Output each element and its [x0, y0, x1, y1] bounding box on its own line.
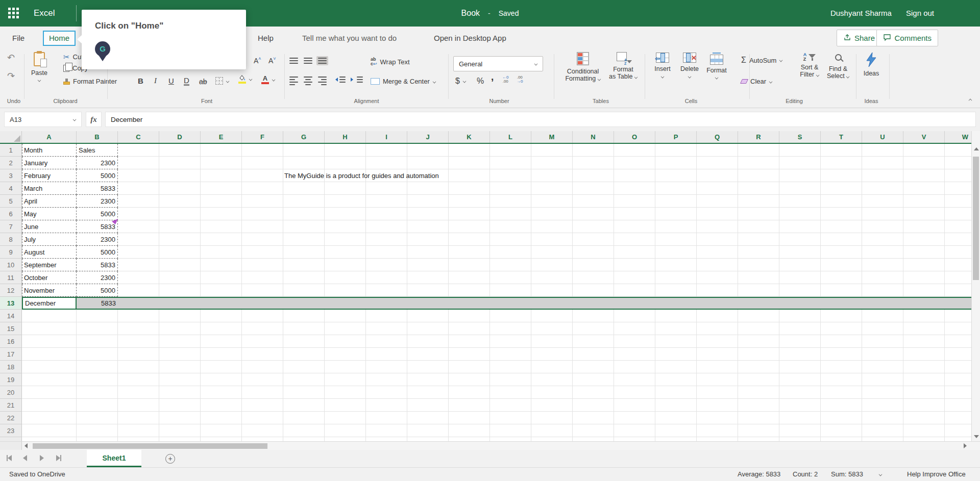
cell-O5[interactable] — [614, 195, 655, 208]
cell-H15[interactable] — [325, 322, 366, 335]
cell-R5[interactable] — [738, 195, 779, 208]
cell-I14[interactable] — [366, 310, 407, 322]
cell-E24[interactable] — [201, 437, 242, 441]
cell-A9[interactable]: August — [22, 246, 77, 259]
cell-E8[interactable] — [201, 233, 242, 246]
cell-P9[interactable] — [655, 246, 697, 259]
cell-A22[interactable] — [22, 412, 77, 424]
row-header-3[interactable]: 3 — [0, 169, 22, 182]
cell-M10[interactable] — [531, 259, 573, 271]
cell-T17[interactable] — [821, 348, 862, 361]
cell-T12[interactable] — [821, 284, 862, 297]
cell-P19[interactable] — [655, 373, 697, 386]
cell-V6[interactable] — [903, 208, 945, 220]
cell-O21[interactable] — [614, 399, 655, 412]
cell-L13[interactable] — [490, 297, 531, 310]
cell-D22[interactable] — [159, 412, 201, 424]
column-header-J[interactable]: J — [407, 131, 449, 143]
cell-H11[interactable] — [325, 271, 366, 284]
cell-D12[interactable] — [159, 284, 201, 297]
cell-O14[interactable] — [614, 310, 655, 322]
cell-W5[interactable] — [945, 195, 971, 208]
menu-file[interactable]: File — [12, 27, 24, 50]
cell-T2[interactable] — [821, 157, 862, 169]
cell-A7[interactable]: June — [22, 220, 77, 233]
cell-V16[interactable] — [903, 335, 945, 348]
comma-style-button[interactable]: , — [491, 74, 494, 80]
cell-O22[interactable] — [614, 412, 655, 424]
cell-D13[interactable] — [159, 297, 201, 310]
cell-W11[interactable] — [945, 271, 971, 284]
cell-Q9[interactable] — [697, 246, 738, 259]
cell-I23[interactable] — [366, 424, 407, 437]
cell-C5[interactable] — [118, 195, 159, 208]
sort-filter-button[interactable]: AZ Sort & Filter — [796, 53, 823, 78]
cell-K14[interactable] — [449, 310, 490, 322]
cell-U4[interactable] — [862, 182, 903, 195]
cell-T20[interactable] — [821, 386, 862, 399]
cell-P2[interactable] — [655, 157, 697, 169]
cell-S4[interactable] — [779, 182, 821, 195]
cell-C3[interactable] — [118, 169, 159, 182]
cell-W13[interactable] — [945, 297, 971, 310]
cell-P10[interactable] — [655, 259, 697, 271]
cell-O13[interactable] — [614, 297, 655, 310]
paste-dropdown-icon[interactable] — [38, 79, 41, 82]
vertical-scroll-thumb[interactable] — [973, 157, 979, 280]
cell-A21[interactable] — [22, 399, 77, 412]
cell-W7[interactable] — [945, 220, 971, 233]
cell-Q21[interactable] — [697, 399, 738, 412]
column-header-G[interactable]: G — [283, 131, 325, 143]
cell-T24[interactable] — [821, 437, 862, 441]
cell-F10[interactable] — [242, 259, 283, 271]
cell-R7[interactable] — [738, 220, 779, 233]
share-button[interactable]: Share — [837, 30, 881, 46]
cell-A11[interactable]: October — [22, 271, 77, 284]
cell-K20[interactable] — [449, 386, 490, 399]
cell-J11[interactable] — [407, 271, 449, 284]
cell-W23[interactable] — [945, 424, 971, 437]
cell-D17[interactable] — [159, 348, 201, 361]
next-sheet-icon[interactable] — [40, 455, 44, 461]
cell-H20[interactable] — [325, 386, 366, 399]
cell-R22[interactable] — [738, 412, 779, 424]
cell-T19[interactable] — [821, 373, 862, 386]
cell-V2[interactable] — [903, 157, 945, 169]
cell-E21[interactable] — [201, 399, 242, 412]
cell-O24[interactable] — [614, 437, 655, 441]
cell-C20[interactable] — [118, 386, 159, 399]
cell-P8[interactable] — [655, 233, 697, 246]
cell-C11[interactable] — [118, 271, 159, 284]
cell-C1[interactable] — [118, 144, 159, 157]
cell-M15[interactable] — [531, 322, 573, 335]
cell-B23[interactable] — [77, 424, 118, 437]
open-in-desktop-app[interactable]: Open in Desktop App — [434, 27, 506, 50]
cell-L7[interactable] — [490, 220, 531, 233]
cell-P13[interactable] — [655, 297, 697, 310]
cell-N1[interactable] — [573, 144, 614, 157]
cell-I12[interactable] — [366, 284, 407, 297]
cell-W1[interactable] — [945, 144, 971, 157]
autosum-button[interactable]: Σ AutoSum — [741, 56, 782, 64]
align-center-button[interactable] — [304, 77, 312, 85]
cell-R18[interactable] — [738, 361, 779, 373]
cell-G16[interactable] — [283, 335, 325, 348]
column-header-Q[interactable]: Q — [697, 131, 738, 143]
cell-F6[interactable] — [242, 208, 283, 220]
column-header-V[interactable]: V — [903, 131, 945, 143]
cell-N6[interactable] — [573, 208, 614, 220]
cell-B19[interactable] — [77, 373, 118, 386]
cell-P15[interactable] — [655, 322, 697, 335]
cell-R9[interactable] — [738, 246, 779, 259]
cell-W19[interactable] — [945, 373, 971, 386]
cell-C18[interactable] — [118, 361, 159, 373]
last-sheet-icon[interactable] — [56, 455, 61, 461]
currency-button[interactable]: $ — [455, 77, 466, 86]
cell-G15[interactable] — [283, 322, 325, 335]
cell-O19[interactable] — [614, 373, 655, 386]
cell-P6[interactable] — [655, 208, 697, 220]
row-header-2[interactable]: 2 — [0, 157, 22, 169]
merge-center-button[interactable]: Merge & Center — [371, 78, 436, 85]
cell-H21[interactable] — [325, 399, 366, 412]
scroll-left-icon[interactable] — [24, 443, 28, 448]
